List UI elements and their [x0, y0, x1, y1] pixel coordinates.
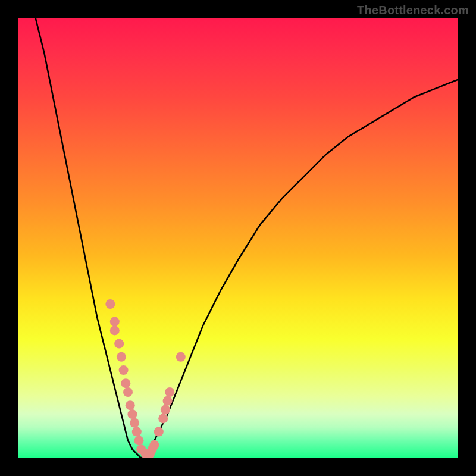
data-point — [105, 299, 115, 309]
data-point — [134, 436, 144, 445]
data-point — [154, 427, 164, 437]
right-curve — [141, 80, 458, 458]
data-point — [176, 352, 186, 362]
data-point — [163, 396, 173, 406]
data-point — [123, 387, 133, 397]
data-point — [114, 339, 124, 349]
data-point — [161, 405, 170, 415]
data-point — [117, 352, 126, 362]
data-point — [149, 440, 159, 450]
data-point — [158, 414, 168, 423]
data-point — [165, 387, 174, 397]
data-point — [126, 400, 135, 410]
data-point — [110, 317, 120, 327]
plot-area — [18, 18, 458, 458]
chart-frame: TheBottleneck.com — [0, 0, 476, 476]
data-point — [110, 325, 120, 335]
watermark-text: TheBottleneck.com — [357, 4, 469, 17]
data-point — [132, 427, 142, 437]
curve-layer — [18, 18, 458, 458]
scatter-points-group — [105, 299, 185, 458]
data-point — [121, 378, 130, 388]
data-point — [119, 365, 129, 375]
data-point — [127, 409, 137, 419]
right-curve-path — [141, 80, 458, 458]
data-point — [130, 418, 139, 428]
